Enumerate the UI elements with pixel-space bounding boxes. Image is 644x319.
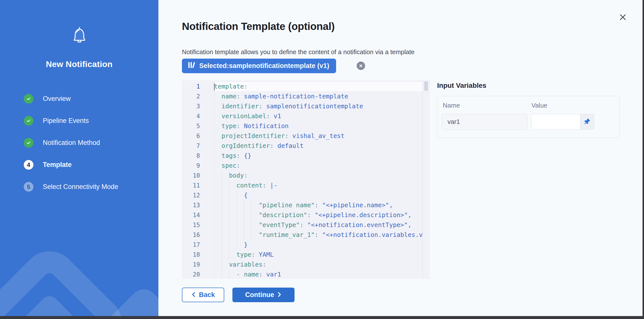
code-line[interactable]: 13"pipeline name": "<+pipeline.name>",	[182, 200, 430, 210]
brand-watermark	[0, 240, 134, 316]
pin-value-type-button[interactable]	[580, 114, 594, 130]
selected-template-chip[interactable]: Selected:samplenotificationtemplate (v1)	[182, 59, 336, 73]
variable-value-group	[532, 114, 594, 130]
code-text: identifier: samplenotificationtemplate	[214, 101, 423, 111]
code-lines: 1template:2name: sample-notification-tem…	[182, 80, 430, 279]
code-line[interactable]: 4versionLabel: v1	[182, 111, 430, 121]
value-column-header: Value	[532, 102, 548, 109]
line-number: 12	[182, 190, 214, 200]
remove-template-button[interactable]: ✕	[357, 61, 365, 70]
line-number: 9	[182, 161, 214, 171]
code-text: {	[214, 190, 423, 200]
check-icon	[24, 94, 34, 104]
line-number: 7	[182, 141, 214, 151]
page-description: Notification template allows you to defi…	[182, 48, 414, 56]
code-line[interactable]: 11content: |-	[182, 181, 430, 190]
code-text: - name: var1	[214, 270, 423, 279]
close-button[interactable]	[617, 12, 628, 23]
wizard-step[interactable]: Pipeline Events	[24, 110, 154, 132]
code-line[interactable]: 12{	[182, 190, 430, 200]
line-number: 6	[182, 131, 214, 141]
line-number: 17	[182, 240, 214, 250]
code-text: type: YAML	[214, 250, 423, 260]
code-line[interactable]: 16"runtime_var_1": "<+notification.varia…	[182, 230, 430, 240]
selected-template-label: Selected:samplenotificationtemplate (v1)	[199, 62, 329, 70]
chevron-right-icon	[278, 291, 282, 299]
code-line[interactable]: 5type: Notification	[182, 121, 430, 131]
step-label: Notification Method	[43, 139, 100, 147]
code-line[interactable]: 19variables:	[182, 260, 430, 270]
code-line[interactable]: 2name: sample-notification-template	[182, 91, 430, 101]
line-number: 14	[182, 210, 214, 220]
code-line[interactable]: 14"description": "<+pipeline.description…	[182, 210, 430, 220]
code-text: versionLabel: v1	[214, 111, 423, 121]
line-number: 15	[182, 220, 214, 230]
line-number: 10	[182, 171, 214, 181]
code-line[interactable]: 18type: YAML	[182, 250, 430, 260]
app: { "colors": { "dark": "#393a3f", "bg": "…	[0, 0, 644, 319]
line-number: 11	[182, 181, 214, 190]
line-number: 13	[182, 200, 214, 210]
code-text: "runtime_var_1": "<+notification.variabl…	[214, 230, 423, 240]
code-line[interactable]: 9spec:	[182, 161, 430, 171]
line-number: 3	[182, 101, 214, 111]
code-text: name: sample-notification-template	[214, 91, 423, 101]
code-text: "pipeline name": "<+pipeline.name>",	[214, 200, 423, 210]
check-icon	[24, 138, 34, 148]
back-label: Back	[199, 291, 215, 299]
wizard-step[interactable]: 4Template	[24, 154, 154, 176]
line-number: 8	[182, 151, 214, 161]
bell-icon	[71, 27, 88, 46]
chevron-left-icon	[191, 291, 196, 299]
line-number: 19	[182, 260, 214, 270]
back-button[interactable]: Back	[182, 288, 224, 302]
remove-icon: ✕	[359, 63, 363, 69]
code-line[interactable]: 8tags: {}	[182, 151, 430, 161]
code-line[interactable]: 20- name: var1	[182, 270, 430, 279]
wizard-step[interactable]: Notification Method	[24, 132, 154, 154]
code-text: type: Notification	[214, 121, 423, 131]
code-text: projectIdentifier: vishal_av_test	[214, 131, 423, 141]
line-number: 4	[182, 111, 214, 121]
input-variables-title: Input Variables	[437, 82, 486, 89]
step-label: Overview	[43, 95, 71, 103]
step-label: Template	[43, 161, 72, 169]
step-number: 5	[24, 182, 34, 192]
wizard-step[interactable]: Overview	[24, 88, 154, 110]
step-label: Select Connectivity Mode	[43, 183, 118, 191]
code-text: "description": "<+pipeline.description>"…	[214, 210, 423, 220]
code-text: "eventType": "<+notification.eventType>"…	[214, 220, 423, 230]
code-text: orgIdentifier: default	[214, 141, 423, 151]
close-icon	[619, 13, 627, 22]
code-line[interactable]: 7orgIdentifier: default	[182, 141, 430, 151]
code-line[interactable]: 3identifier: samplenotificationtemplate	[182, 101, 430, 111]
code-line[interactable]: 10body:	[182, 171, 430, 181]
yaml-code-editor[interactable]: 1template:2name: sample-notification-tem…	[182, 80, 430, 279]
code-text: spec:	[214, 161, 423, 171]
wizard-step[interactable]: 5Select Connectivity Mode	[24, 176, 154, 198]
code-text: }	[214, 240, 423, 250]
line-number: 20	[182, 270, 214, 279]
overview-ruler-cursor-mark	[424, 81, 428, 91]
code-line[interactable]: 15"eventType": "<+notification.eventType…	[182, 220, 430, 230]
code-text: template:	[214, 82, 423, 91]
modal-surface: New Notification OverviewPipeline Events…	[0, 0, 642, 316]
code-text: body:	[214, 171, 423, 181]
template-library-icon	[188, 61, 195, 71]
input-variables-card: Name Value var1	[437, 96, 620, 138]
wizard-title: New Notification	[0, 59, 158, 69]
line-number: 5	[182, 121, 214, 131]
continue-button[interactable]: Continue	[232, 288, 294, 302]
code-line[interactable]: 17}	[182, 240, 430, 250]
code-text: variables:	[214, 260, 423, 270]
continue-label: Continue	[245, 291, 274, 299]
code-line[interactable]: 1template:	[182, 82, 430, 91]
variable-value-input[interactable]	[532, 114, 580, 130]
variable-name-field[interactable]: var1	[442, 114, 528, 130]
line-number: 16	[182, 230, 214, 240]
name-column-header: Name	[443, 102, 460, 109]
code-text: tags: {}	[214, 151, 423, 161]
pin-icon	[584, 118, 591, 126]
code-line[interactable]: 6projectIdentifier: vishal_av_test	[182, 131, 430, 141]
overview-ruler-border	[422, 80, 423, 279]
